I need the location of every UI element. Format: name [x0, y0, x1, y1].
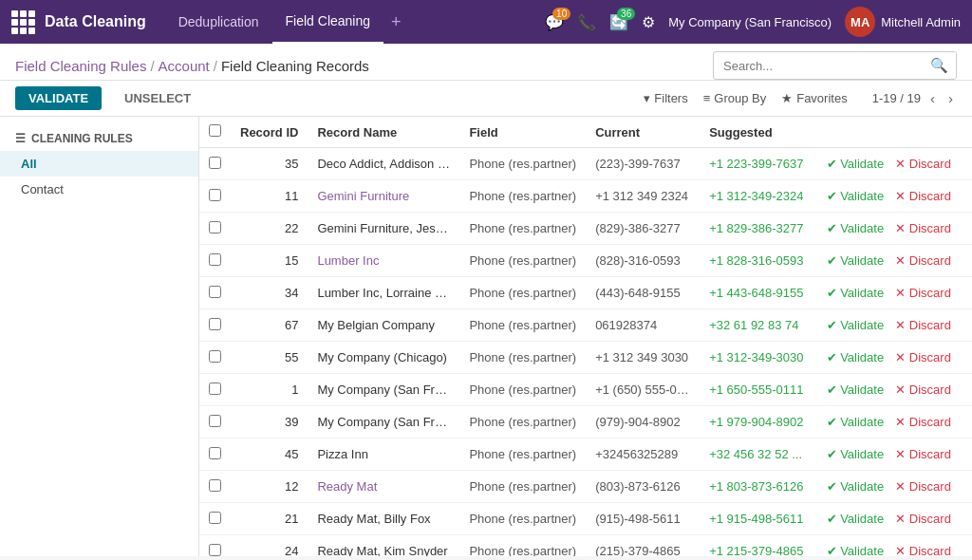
row-suggested: +1 828-316-0593 — [700, 245, 813, 277]
row-checkbox-cell[interactable] — [199, 213, 231, 245]
row-id: 39 — [231, 406, 308, 439]
row-checkbox[interactable] — [209, 318, 221, 330]
discard-row-button[interactable]: ✕ Discard — [891, 381, 955, 399]
row-checkbox-cell[interactable] — [199, 277, 231, 309]
row-suggested: +1 223-399-7637 — [700, 148, 813, 180]
search-button[interactable]: 🔍 — [923, 52, 956, 79]
row-suggested: +1 312-349-2324 — [700, 180, 813, 213]
row-checkbox[interactable] — [209, 479, 221, 492]
th-record-name[interactable]: Record Name — [308, 117, 459, 148]
row-name[interactable]: Ready Mat — [308, 471, 459, 503]
row-checkbox[interactable] — [209, 415, 221, 427]
row-checkbox-cell[interactable] — [199, 503, 231, 535]
validate-row-button[interactable]: ✔ Validate — [823, 252, 888, 270]
row-checkbox[interactable] — [209, 383, 221, 395]
sidebar: ☰ CLEANING RULES All Contact — [0, 117, 199, 556]
th-current[interactable]: Current — [586, 117, 700, 148]
discard-row-button[interactable]: ✕ Discard — [891, 252, 955, 270]
validate-row-button[interactable]: ✔ Validate — [823, 381, 888, 399]
validate-row-button[interactable]: ✔ Validate — [823, 348, 888, 366]
row-field: Phone (res.partner) — [459, 342, 586, 374]
validate-row-button[interactable]: ✔ Validate — [823, 510, 888, 528]
discard-row-button[interactable]: ✕ Discard — [891, 542, 955, 556]
validate-row-button[interactable]: ✔ Validate — [823, 187, 888, 205]
sidebar-item-contact[interactable]: Contact — [0, 177, 198, 202]
discard-row-button[interactable]: ✕ Discard — [891, 445, 955, 463]
discard-row-button[interactable]: ✕ Discard — [891, 284, 955, 302]
select-all-checkbox[interactable] — [209, 124, 221, 137]
row-checkbox-cell[interactable] — [199, 180, 231, 213]
validate-row-button[interactable]: ✔ Validate — [823, 542, 888, 556]
activity-icon[interactable]: 🔄 36 — [609, 13, 628, 31]
user-avatar[interactable]: MA — [845, 7, 875, 37]
discard-row-button[interactable]: ✕ Discard — [891, 413, 955, 431]
breadcrumb-account[interactable]: Account — [159, 58, 210, 74]
discard-row-button[interactable]: ✕ Discard — [891, 219, 955, 237]
row-checkbox[interactable] — [209, 512, 221, 524]
row-checkbox[interactable] — [209, 221, 221, 233]
discard-row-button[interactable]: ✕ Discard — [891, 187, 955, 205]
row-checkbox[interactable] — [209, 447, 221, 459]
settings-icon[interactable]: ⚙ — [642, 13, 655, 31]
search-input[interactable] — [714, 59, 923, 73]
th-suggested[interactable]: Suggested — [700, 117, 813, 148]
row-checkbox-cell[interactable] — [199, 471, 231, 503]
discard-row-button[interactable]: ✕ Discard — [891, 155, 955, 173]
row-name[interactable]: Lumber Inc — [308, 245, 459, 277]
sidebar-header: ☰ CLEANING RULES — [0, 126, 198, 151]
sidebar-item-all[interactable]: All — [0, 151, 198, 177]
th-more[interactable]: ⋮ — [964, 117, 972, 148]
row-checkbox-cell[interactable] — [199, 309, 231, 342]
table-row: 55 My Company (Chicago) Phone (res.partn… — [199, 342, 972, 374]
action-filters: ▾ Filters ≡ Group By ★ Favorites — [644, 91, 847, 105]
table-row: 1 My Company (San Franc... Phone (res.pa… — [199, 374, 972, 406]
row-checkbox-cell[interactable] — [199, 439, 231, 471]
discard-row-button[interactable]: ✕ Discard — [891, 348, 955, 366]
table-row: 24 Ready Mat, Kim Snyder Phone (res.part… — [199, 535, 972, 557]
row-checkbox[interactable] — [209, 544, 221, 556]
unselect-button[interactable]: UNSELECT — [111, 86, 204, 110]
nav-field-cleaning[interactable]: Field Cleaning — [272, 0, 384, 44]
validate-row-button[interactable]: ✔ Validate — [823, 219, 888, 237]
row-checkbox-cell[interactable] — [199, 245, 231, 277]
breadcrumb-field-cleaning-rules[interactable]: Field Cleaning Rules — [15, 58, 146, 74]
validate-row-button[interactable]: ✔ Validate — [823, 155, 888, 173]
row-checkbox-cell[interactable] — [199, 535, 231, 557]
row-checkbox[interactable] — [209, 350, 221, 363]
validate-row-button[interactable]: ✔ Validate — [823, 284, 888, 302]
row-name[interactable]: Gemini Furniture — [308, 180, 459, 213]
discard-row-button[interactable]: ✕ Discard — [891, 316, 955, 334]
discard-row-button[interactable]: ✕ Discard — [891, 510, 955, 528]
pagination-prev[interactable]: ‹ — [926, 90, 939, 106]
validate-row-button[interactable]: ✔ Validate — [823, 445, 888, 463]
add-nav-icon[interactable]: + — [383, 12, 409, 32]
validate-row-button[interactable]: ✔ Validate — [823, 316, 888, 334]
filters-button[interactable]: ▾ Filters — [644, 91, 687, 105]
row-checkbox[interactable] — [209, 157, 221, 169]
row-checkbox-cell[interactable] — [199, 148, 231, 180]
pagination-next[interactable]: › — [944, 90, 957, 106]
company-name[interactable]: My Company (San Francisco) — [668, 15, 832, 29]
pagination-count: 1-19 / 19 — [872, 91, 921, 105]
validate-row-button[interactable]: ✔ Validate — [823, 413, 888, 431]
favorites-button[interactable]: ★ Favorites — [781, 91, 847, 105]
validate-row-button[interactable]: ✔ Validate — [823, 477, 888, 495]
group-by-button[interactable]: ≡ Group By — [703, 91, 767, 105]
row-checkbox[interactable] — [209, 253, 221, 266]
th-field[interactable]: Field — [459, 117, 586, 148]
app-grid-icon[interactable] — [11, 10, 35, 34]
th-record-id[interactable]: Record ID — [231, 117, 308, 148]
validate-button[interactable]: VALIDATE — [15, 86, 102, 110]
row-more-cell — [964, 439, 972, 471]
messages-icon[interactable]: 💬 10 — [545, 13, 564, 31]
row-checkbox-cell[interactable] — [199, 374, 231, 406]
user-name[interactable]: Mitchell Admin — [881, 15, 961, 29]
row-checkbox[interactable] — [209, 286, 221, 298]
row-checkbox-cell[interactable] — [199, 342, 231, 374]
row-checkbox-cell[interactable] — [199, 406, 231, 439]
phone-icon[interactable]: 📞 — [577, 13, 596, 31]
discard-row-button[interactable]: ✕ Discard — [891, 477, 955, 495]
th-select-all[interactable] — [199, 117, 231, 148]
row-checkbox[interactable] — [209, 189, 221, 201]
nav-deduplication[interactable]: Deduplication — [165, 0, 272, 44]
